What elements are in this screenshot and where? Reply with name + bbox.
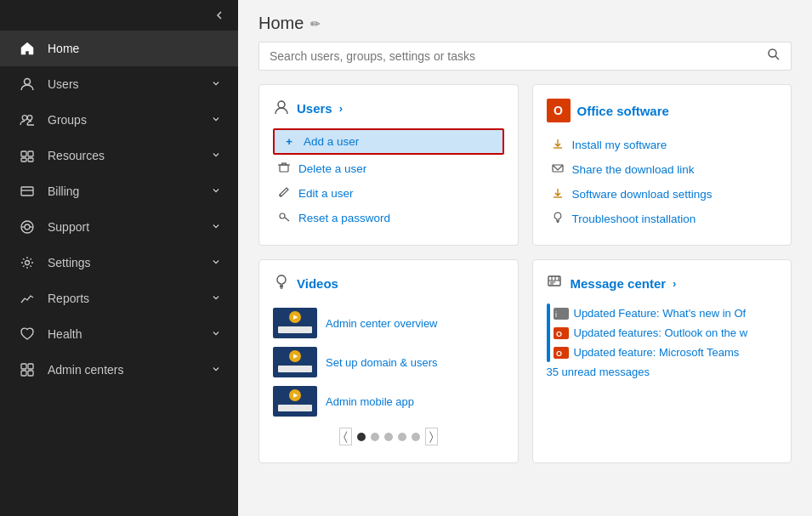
- sidebar-item-label: Reports: [48, 292, 211, 305]
- videos-card-label: Videos: [297, 276, 338, 291]
- video-label-1: Admin center overview: [326, 317, 438, 330]
- svg-rect-5: [21, 158, 26, 162]
- video-item-2[interactable]: ▶ Set up domain & users: [273, 343, 504, 382]
- sidebar-item-admin-centers[interactable]: Admin centers: [0, 352, 238, 388]
- svg-rect-15: [28, 364, 33, 369]
- svg-rect-6: [28, 158, 33, 162]
- svg-rect-21: [280, 165, 288, 172]
- message-item-3-text: Updated feature: Microsoft Teams: [574, 346, 740, 359]
- edit-user-label: Edit a user: [298, 187, 354, 200]
- delete-user-label: Delete a user: [298, 162, 366, 175]
- reset-password-item[interactable]: Reset a password: [273, 206, 504, 230]
- sidebar-item-health[interactable]: Health: [0, 316, 238, 352]
- office-card-title: O Office software: [547, 99, 778, 122]
- install-software-item[interactable]: Install my software: [547, 133, 778, 157]
- video-pagination: 〈 〉: [273, 421, 504, 449]
- edit-title-icon[interactable]: ✏: [310, 17, 321, 31]
- add-icon: +: [281, 135, 297, 148]
- pagination-dot-5[interactable]: [412, 433, 420, 441]
- videos-card-title: Videos: [273, 274, 504, 293]
- chevron-down-icon: [211, 327, 221, 341]
- sidebar-item-label: Groups: [48, 113, 211, 127]
- download2-icon: [550, 187, 565, 201]
- pagination-dot-2[interactable]: [371, 433, 379, 441]
- page-title: Home: [258, 14, 304, 33]
- svg-point-13: [26, 261, 30, 265]
- message-item-2[interactable]: O Updated features: Outlook on the w: [554, 323, 778, 343]
- prev-video-button[interactable]: 〈: [339, 428, 352, 445]
- chevron-down-icon: [211, 149, 221, 162]
- sidebar: Home Users Groups: [0, 0, 238, 516]
- install-software-label: Install my software: [572, 139, 667, 151]
- pagination-dot-1[interactable]: [357, 433, 366, 441]
- svg-line-29: [285, 218, 290, 222]
- svg-text:O: O: [556, 330, 562, 338]
- delete-user-item[interactable]: Delete a user: [273, 156, 504, 181]
- sidebar-item-resources[interactable]: Resources: [0, 138, 238, 173]
- svg-rect-16: [21, 371, 26, 376]
- svg-rect-4: [28, 151, 33, 156]
- email-icon: [550, 162, 565, 177]
- message-item-1[interactable]: i Updated Feature: What's new in Of: [554, 303, 778, 323]
- play-icon: ▶: [289, 389, 301, 401]
- svg-rect-7: [21, 187, 33, 196]
- pencil-icon: [276, 186, 292, 201]
- chevron-down-icon: [211, 184, 221, 198]
- svg-line-19: [775, 56, 779, 60]
- sidebar-item-support[interactable]: Support: [0, 209, 238, 245]
- person-icon: [17, 77, 37, 92]
- blue-bar-decoration: [547, 303, 550, 362]
- download-settings-item[interactable]: Software download settings: [547, 182, 778, 207]
- download-icon: [550, 138, 565, 152]
- reports-icon: [17, 291, 37, 306]
- message-item-2-text: Updated features: Outlook on the w: [574, 326, 748, 339]
- troubleshoot-label: Troubleshoot installation: [572, 213, 696, 225]
- svg-text:i: i: [555, 310, 557, 319]
- sidebar-item-label: Support: [48, 220, 211, 234]
- svg-point-28: [280, 213, 285, 218]
- sidebar-item-home[interactable]: Home: [0, 31, 238, 66]
- pagination-dot-3[interactable]: [384, 433, 393, 441]
- download-settings-label: Software download settings: [572, 188, 713, 201]
- video-item-3[interactable]: ▶ Admin mobile app: [273, 382, 504, 421]
- message-item-3[interactable]: O Updated feature: Microsoft Teams: [554, 343, 778, 362]
- svg-rect-14: [21, 364, 26, 369]
- resources-icon: [17, 148, 37, 163]
- svg-point-20: [278, 101, 285, 108]
- video-label-2: Set up domain & users: [326, 356, 438, 369]
- message-content: i Updated Feature: What's new in Of O Up…: [554, 303, 778, 362]
- add-user-item[interactable]: + Add a user: [273, 128, 504, 155]
- page-header: Home ✏: [238, 0, 812, 42]
- pagination-dot-4[interactable]: [398, 433, 406, 441]
- office-software-card: O Office software Install my software: [532, 84, 792, 246]
- message-list: i Updated Feature: What's new in Of O Up…: [547, 303, 778, 362]
- message-center-icon: [547, 274, 564, 293]
- support-icon: [17, 219, 37, 235]
- info-badge-icon: i: [554, 308, 569, 320]
- users-card-title[interactable]: Users ›: [273, 99, 504, 118]
- sidebar-collapse-button[interactable]: [0, 0, 238, 31]
- sidebar-item-groups[interactable]: Groups: [0, 102, 238, 138]
- sidebar-item-billing[interactable]: Billing: [0, 173, 238, 209]
- sidebar-item-settings[interactable]: Settings: [0, 245, 238, 281]
- svg-text:O: O: [556, 349, 562, 358]
- search-input[interactable]: [270, 49, 767, 63]
- search-bar: [258, 42, 792, 71]
- sidebar-item-reports[interactable]: Reports: [0, 281, 238, 316]
- office-badge2-icon: O: [554, 347, 569, 359]
- next-video-button[interactable]: 〉: [425, 428, 438, 445]
- sidebar-item-label: Settings: [48, 256, 211, 269]
- share-download-item[interactable]: Share the download link: [547, 157, 778, 182]
- sidebar-item-users[interactable]: Users: [0, 66, 238, 102]
- troubleshoot-item[interactable]: Troubleshoot installation: [547, 207, 778, 231]
- video-thumb-2: ▶: [273, 347, 317, 377]
- video-item-1[interactable]: ▶ Admin center overview: [273, 303, 504, 343]
- edit-user-item[interactable]: Edit a user: [273, 181, 504, 206]
- video-thumb-3: ▶: [273, 386, 317, 417]
- unread-count-link[interactable]: 35 unread messages: [547, 362, 778, 378]
- video-label-3: Admin mobile app: [326, 395, 414, 408]
- svg-point-2: [27, 116, 32, 121]
- share-download-label: Share the download link: [572, 163, 695, 176]
- home-icon: [17, 41, 37, 56]
- message-center-title[interactable]: Message center ›: [547, 274, 778, 293]
